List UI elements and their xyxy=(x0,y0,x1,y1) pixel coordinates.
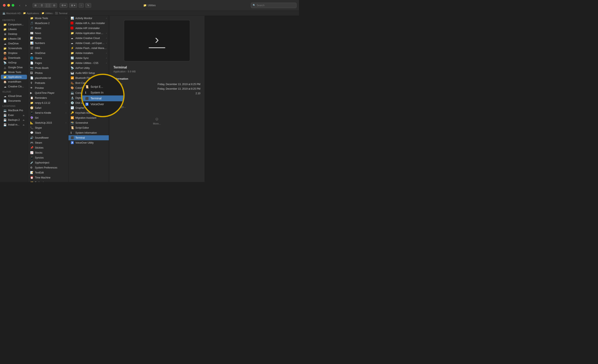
file-item-renpy[interactable]: 📁 renpy-6.13.12 › xyxy=(28,100,68,105)
back-button[interactable]: ‹ xyxy=(17,3,22,8)
file-item-timemachine[interactable]: ⏰ Time Machine xyxy=(28,175,68,180)
sidebar-item-label-evan: Evan xyxy=(8,114,14,117)
file-item-adobeappmanager[interactable]: 📁 Adobe Application Manager › xyxy=(68,31,109,36)
file-item-placeholder[interactable]: 📄 placeholder.txt xyxy=(28,75,68,81)
maximize-button[interactable] xyxy=(12,4,14,7)
sidebar-item-comparison[interactable]: 📁 Comparison... xyxy=(1,22,27,27)
sidebar-item-icloud-drive[interactable]: ☁ iCloud Drive xyxy=(1,94,27,98)
mag-item-terminal[interactable]: ⬛ Terminal xyxy=(82,96,123,101)
file-item-numbers[interactable]: 📊 Numbers xyxy=(28,41,68,46)
list-view-button[interactable]: ☰ xyxy=(39,3,45,8)
group-button[interactable]: ⊞ ▾ xyxy=(69,3,77,8)
file-item-pages[interactable]: 📄 Pages xyxy=(28,61,68,65)
sidebar-item-install[interactable]: 💾 Install m... ⏏ xyxy=(1,122,27,127)
file-item-scripteditor[interactable]: 📜 Script Editor xyxy=(68,125,109,130)
mag-item-systeminfo[interactable]: ℹ System In xyxy=(82,90,123,96)
sidebar-item-applications[interactable]: 📁 Applications xyxy=(1,75,27,79)
sidebar-item-screenshots[interactable]: 📁 Screenshots xyxy=(1,46,27,51)
file-item-voiceover[interactable]: ♿ VoiceOver Utility xyxy=(68,140,109,145)
file-item-textedit[interactable]: 📝 TextEdit xyxy=(28,170,68,175)
file-item-safari[interactable]: 🧭 Safari xyxy=(28,105,68,110)
file-item-onedrive-app[interactable]: ☁ OneDrive xyxy=(28,51,68,56)
file-item-slack[interactable]: 💬 Slack xyxy=(28,130,68,135)
action-button[interactable]: ⚙ ▾ xyxy=(60,3,67,8)
file-item-terminal[interactable]: ⬛ Terminal xyxy=(68,135,109,140)
file-item-stickies[interactable]: 📌 Stickies xyxy=(28,145,68,150)
file-item-musescore2[interactable]: 🎵 MuseScore 2 xyxy=(28,21,68,26)
evan-eject-icon[interactable]: ⏏ xyxy=(23,114,25,116)
preview-tags-add[interactable]: Add Tags... xyxy=(113,105,200,108)
sidebar-item-downloads[interactable]: 📥 Downloads xyxy=(1,56,27,60)
file-item-reminders[interactable]: 📋 Reminders xyxy=(28,96,68,100)
file-item-obs[interactable]: 🎬 OBS xyxy=(28,46,68,51)
adobeinstallers-arrow: › xyxy=(106,52,107,54)
file-item-photos[interactable]: 🖼 Photos xyxy=(28,71,68,75)
file-item-music[interactable]: 🎵 Music xyxy=(28,26,68,31)
file-item-adobecce[interactable]: ☁ Adobe Creati...ud Experience › xyxy=(68,41,109,46)
file-item-photobooth[interactable]: 📷 Photo Booth xyxy=(28,65,68,71)
sidebar-item-dropbox[interactable]: 📦 Dropbox xyxy=(1,51,27,55)
forward-button[interactable]: › xyxy=(24,3,28,8)
file-item-steam[interactable]: 🎮 Steam xyxy=(28,140,68,145)
close-button[interactable] xyxy=(3,4,6,7)
install-eject-icon[interactable]: ⏏ xyxy=(23,124,25,126)
file-item-quicktime[interactable]: ▶ QuickTime Player xyxy=(28,90,68,96)
file-item-adobesync[interactable]: 🔄 Adobe Sync › xyxy=(68,56,109,61)
edit-button[interactable]: ✎ xyxy=(85,3,91,8)
file-item-systemprefs[interactable]: ⚙ System Preferences xyxy=(28,165,68,170)
file-item-skype[interactable]: 📞 Skype xyxy=(28,125,68,130)
file-item-toribash[interactable]: 📁 Toribash › xyxy=(28,180,68,182)
icon-view-button[interactable]: ⊞ xyxy=(33,3,38,8)
file-item-soundflower[interactable]: 🔊 Soundflower xyxy=(28,135,68,140)
file-item-adobeflash[interactable]: ⚡ Adobe Flash...nstall Manager xyxy=(68,46,109,51)
sidebar-item-lifewire[interactable]: 📁 Lifewire xyxy=(1,27,27,32)
file-item-sketchup[interactable]: 📐 SketchUp 2015 › xyxy=(28,120,68,125)
file-item-stocks[interactable]: 📈 Stocks xyxy=(28,150,68,155)
path-item-2[interactable]: 📁 Applications xyxy=(23,12,39,15)
file-item-activitymonitor[interactable]: 📊 Activity Monitor › xyxy=(68,16,109,21)
sidebar-item-googledrive[interactable]: △ Google Drive xyxy=(1,65,27,70)
search-bar[interactable]: 🔍 xyxy=(251,3,297,8)
path-item-4[interactable]: ⬛ Terminal xyxy=(55,12,67,15)
sidebar-item-lifewiredb[interactable]: 📁 Lifewire DB xyxy=(1,37,27,41)
file-item-adobecc[interactable]: ☁ Adobe Creative Cloud › xyxy=(68,36,109,41)
gallery-view-button[interactable]: ⊟ xyxy=(51,3,57,8)
file-item-preview[interactable]: 👁 Preview xyxy=(28,86,68,90)
file-item-syncios[interactable]: 📱 Syncios xyxy=(28,155,68,160)
sidebar-item-evankillham[interactable]: 🏠 evankillham xyxy=(1,80,27,84)
file-item-adobeutilities[interactable]: 📁 Adobe Utilities - CS5 › xyxy=(68,61,109,65)
minimize-button[interactable] xyxy=(7,4,10,7)
preview-more-label[interactable]: More... xyxy=(153,122,161,125)
file-item-adobeairuninstaller[interactable]: 🅰 Adobe AIR Uninstaller xyxy=(68,26,109,31)
file-item-opera[interactable]: 🌐 Opera xyxy=(28,56,68,61)
file-item-syphoninject[interactable]: 💉 SyphonInject xyxy=(28,160,68,165)
sidebar-item-backups2[interactable]: 💾 Backups 2 ⏏ xyxy=(1,118,27,122)
sidebar-item-desktop[interactable]: 🖥 Desktop xyxy=(1,32,27,36)
sidebar-item-creativeclo[interactable]: ☁ Creative Clo... xyxy=(1,84,27,89)
search-input[interactable] xyxy=(257,4,295,7)
file-item-siri[interactable]: 🔮 Siri xyxy=(28,115,68,120)
sidebar-item-movietools[interactable]: 📁 Movie Tools xyxy=(1,70,27,74)
mag-item-scripteditor[interactable]: 📜 Script E... xyxy=(82,84,123,90)
path-item-3[interactable]: 📁 Utilities xyxy=(42,12,52,15)
file-item-movietools[interactable]: 📁 Movie Tools › xyxy=(28,16,68,21)
mag-item-voiceover[interactable]: ♿ VoiceOver xyxy=(82,101,123,107)
file-item-adobeairinstaller[interactable]: 🅰 Adobe AIR A...tion Installer xyxy=(68,21,109,26)
file-item-adobeinstallers[interactable]: 📁 Adobe Installers › xyxy=(68,51,109,56)
path-item-1[interactable]: 💻 Macintosh HD xyxy=(2,12,21,15)
file-item-notes[interactable]: 📝 Notes xyxy=(28,36,68,41)
column-view-button[interactable]: ⋮⋮ xyxy=(45,3,51,8)
sidebar-item-onedrive[interactable]: ☁ OneDrive xyxy=(1,41,27,46)
file-item-airportutility[interactable]: 📡 AirPort Utility xyxy=(68,65,109,71)
share-button[interactable]: ↑ xyxy=(79,3,84,8)
sidebar-item-macbookpro[interactable]: 💻 MacBook Pro xyxy=(1,108,27,113)
file-item-screenshot[interactable]: 📸 Screenshot xyxy=(68,120,109,125)
sidebar-item-airdrop[interactable]: 📡 AirDrop xyxy=(1,60,27,65)
sidebar-item-evan[interactable]: 💾 Evan ⏏ xyxy=(1,113,27,117)
file-item-news[interactable]: 📰 News xyxy=(28,31,68,36)
file-item-podcasts[interactable]: 🎙 Podcasts xyxy=(28,81,68,86)
file-item-systeminfo[interactable]: ℹ System Information xyxy=(68,130,109,135)
sidebar-item-documents[interactable]: 📄 Documents xyxy=(1,98,27,103)
backups2-eject-icon[interactable]: ⏏ xyxy=(23,119,25,121)
file-item-sendtokindle[interactable]: 📱 Send to Kindle › xyxy=(28,110,68,115)
